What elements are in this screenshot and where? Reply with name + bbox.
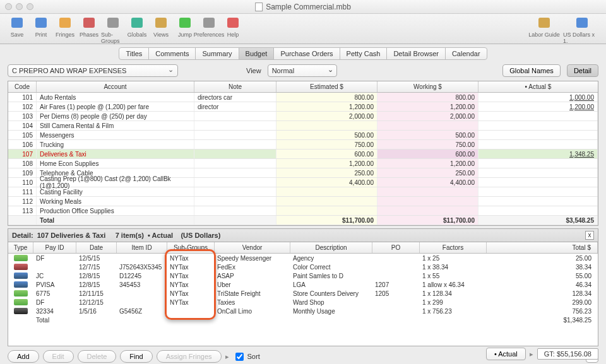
svg-rect-6 — [155, 18, 167, 28]
svg-rect-4 — [107, 18, 119, 28]
phases-button[interactable]: Phases — [77, 15, 101, 44]
views-button[interactable]: Views — [149, 15, 173, 44]
type-icon — [14, 290, 28, 296]
budget-row-110[interactable]: 110Casting Prep (1@800) Cast (2@ 1,200) … — [8, 178, 598, 187]
budget-row-104[interactable]: 104Still Camera Rental & Film — [8, 121, 598, 131]
sort-label: Sort — [247, 353, 260, 360]
global-names-button[interactable]: Global Names — [502, 64, 561, 77]
detail-row-2[interactable]: JC12/8/15D12245 NYTaxASAPPaint Samles to… — [8, 271, 598, 280]
budget-row-108[interactable]: 108Home Econ Supplies 1,200.001,200.00 — [8, 159, 598, 168]
budget-row-105[interactable]: 105Messengers 500.00500.00 — [8, 131, 598, 140]
type-icon — [14, 264, 28, 270]
close-dot[interactable] — [5, 3, 12, 10]
section-tabs: TitlesCommentsSummaryBudgetPurchase Orde… — [0, 44, 606, 62]
tab-detail browser[interactable]: Detail Browser — [386, 47, 446, 60]
col-estimated[interactable]: Estimated $ — [276, 81, 377, 92]
assign-fringes-button: Assign Fringes — [157, 350, 222, 363]
dcol-desc[interactable]: Description — [290, 242, 372, 253]
dcol-pay[interactable]: Pay ID — [33, 242, 76, 253]
detail-title: 107 Deliveries & Taxi — [37, 232, 106, 239]
tab-titles[interactable]: Titles — [119, 47, 149, 60]
col-code[interactable]: Code — [8, 81, 37, 92]
col-actual[interactable]: • Actual $ — [478, 81, 598, 92]
phases-icon — [80, 15, 98, 31]
detail-mode: • Actual — [148, 232, 173, 239]
tab-budget[interactable]: Budget — [239, 47, 275, 60]
detail-prefix: Detail: — [12, 232, 33, 239]
window-title-text: Sample Commercial.mbb — [266, 3, 351, 11]
zoom-dot[interactable] — [27, 3, 33, 10]
detail-row-6[interactable]: 323341/5/16G5456Z OnCall LimoMonthly Usa… — [8, 307, 598, 315]
save-button[interactable]: Save — [5, 15, 29, 44]
dcol-type[interactable]: Type — [8, 242, 33, 253]
globals-button[interactable]: Globals — [125, 15, 149, 44]
col-working[interactable]: Working $ — [377, 81, 478, 92]
detail-total-label: Total — [33, 315, 76, 324]
category-dropdown[interactable]: C PREPRO AND WRAP EXPENSES — [8, 64, 178, 77]
print-button[interactable]: Print — [29, 15, 53, 44]
dcol-item[interactable]: Item ID — [117, 242, 167, 253]
detail-close-button[interactable]: x — [585, 231, 594, 240]
col-account[interactable]: Account — [37, 81, 194, 92]
footer-actual-button[interactable]: • Actual — [486, 348, 526, 360]
detail-total-row: Total $1,348.25 — [8, 315, 598, 324]
tab-petty cash[interactable]: Petty Cash — [340, 47, 388, 60]
gt-label: GT: — [544, 350, 555, 358]
detail-header: Detail: 107 Deliveries & Taxi 7 item(s) … — [8, 228, 598, 242]
help-icon — [224, 15, 242, 31]
dcol-subgroup[interactable]: Sub-Groups — [167, 242, 215, 253]
dcol-date[interactable]: Date — [76, 242, 117, 253]
prefs-button[interactable]: Preferences — [197, 15, 221, 44]
tab-summary[interactable]: Summary — [195, 47, 239, 60]
detail-currency: (US Dollars) — [181, 232, 220, 239]
detail-row-4[interactable]: 677512/11/15 NYTaxTriState FreightStore … — [8, 289, 598, 298]
svg-rect-8 — [203, 18, 215, 28]
tab-calendar[interactable]: Calendar — [445, 47, 487, 60]
currency-button[interactable]: US Dollars x 1. — [563, 15, 601, 44]
dcol-factors[interactable]: Factors — [420, 242, 487, 253]
detail-button[interactable]: Detail — [567, 64, 598, 77]
budget-row-111[interactable]: 111Casting Facility — [8, 187, 598, 197]
help-button[interactable]: Help — [221, 15, 245, 44]
tab-comments[interactable]: Comments — [148, 47, 196, 60]
svg-rect-1 — [35, 18, 47, 28]
dcol-total[interactable]: Total $ — [487, 242, 598, 253]
footer: • Actual ▸ GT: $55,156.08 — [486, 348, 598, 360]
detail-count: 7 item(s) — [116, 232, 144, 239]
detail-row-5[interactable]: DF12/12/15 NYTaxTaxiesWard Shop 1 x 2992… — [8, 298, 598, 307]
detail-row-1[interactable]: 12/7/15J752643X5345 NYTaxFedExColor Corr… — [8, 262, 598, 271]
footer-expand-icon[interactable]: ▸ — [530, 350, 533, 358]
svg-rect-2 — [59, 18, 71, 28]
type-icon — [14, 308, 28, 314]
detail-row-0[interactable]: DF12/5/15 NYTaxSpeedy MessengerAgency 1 … — [8, 254, 598, 262]
budget-row-113[interactable]: 113Production Office Supplies — [8, 206, 598, 216]
tab-purchase orders[interactable]: Purchase Orders — [273, 47, 340, 60]
laborguide-button[interactable]: Labor Guide — [525, 15, 563, 44]
sub-toolbar: C PREPRO AND WRAP EXPENSES View Normal G… — [0, 62, 606, 81]
budget-row-102[interactable]: 102Air Fares (1) people @ (1,200) per fa… — [8, 102, 598, 112]
find-button[interactable]: Find — [120, 350, 152, 363]
budget-row-106[interactable]: 106Trucking 750.00750.00 — [8, 140, 598, 150]
col-note[interactable]: Note — [194, 81, 276, 92]
view-select-value: Normal — [272, 67, 294, 74]
detail-row-3[interactable]: PVISA12/8/15345453 NYTaxUberLGA 12071 al… — [8, 280, 598, 289]
jump-button[interactable]: Jump — [173, 15, 197, 44]
minimize-dot[interactable] — [16, 3, 23, 10]
dcol-vendor[interactable]: Vendor — [215, 242, 290, 253]
budget-row-112[interactable]: 112Working Meals — [8, 197, 598, 206]
budget-row-107[interactable]: 107Deliveries & Taxi 600.00600.00 1,348.… — [8, 150, 598, 159]
detail-grid-header: Type Pay ID Date Item ID Sub-Groups Vend… — [8, 242, 598, 254]
fringes-button[interactable]: Fringes — [53, 15, 77, 44]
svg-rect-7 — [179, 18, 191, 28]
budget-row-101[interactable]: 101Auto Rentalsdirectors car 800.00800.0… — [8, 93, 598, 102]
window-title: Sample Commercial.mbb — [255, 3, 351, 11]
sort-checkbox[interactable] — [235, 353, 244, 361]
subgroups-button[interactable]: Sub-Groups — [101, 15, 125, 44]
add-button[interactable]: Add — [8, 350, 39, 363]
budget-row-103[interactable]: 103Per Diems (8) people @ (250) per day … — [8, 112, 598, 121]
expand-arrow-icon[interactable]: ▸ — [225, 353, 229, 361]
dcol-po[interactable]: PO — [372, 242, 420, 253]
svg-rect-9 — [227, 18, 239, 28]
svg-rect-11 — [576, 18, 588, 28]
view-select[interactable]: Normal — [268, 64, 337, 77]
